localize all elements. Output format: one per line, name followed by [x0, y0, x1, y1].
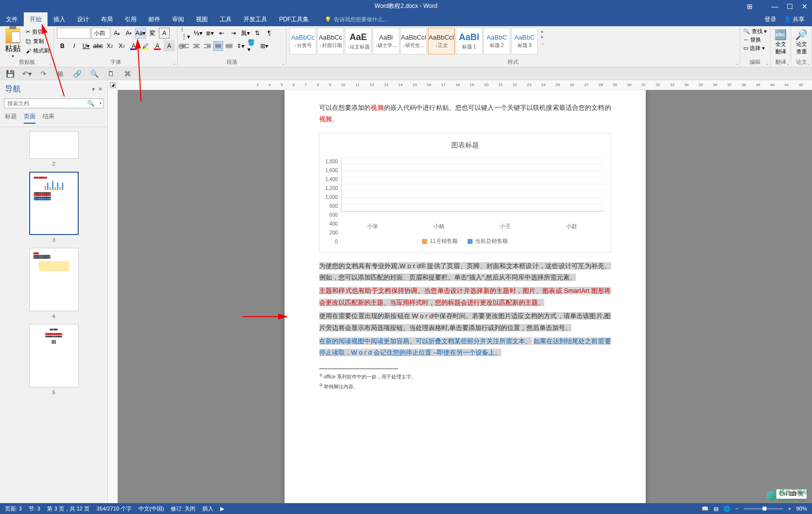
find-button[interactable]: 🔍 查找 ▾	[743, 28, 767, 35]
text-effects-button[interactable]: A	[128, 41, 139, 51]
status-insert-mode[interactable]: 插入	[202, 505, 213, 506]
font-color-button[interactable]: A	[152, 41, 163, 51]
styles-expand[interactable]: ⌄	[541, 41, 545, 46]
style-item-1[interactable]: AaBbCc↓封面日期	[317, 28, 344, 54]
bullets-button[interactable]: ⁝⋮▾	[181, 28, 191, 39]
style-item-6[interactable]: AaBl标题 1	[456, 28, 482, 54]
styles-scroll-up[interactable]: ▴	[541, 29, 545, 34]
style-item-5[interactable]: AaBbCcI↓正文	[428, 28, 455, 54]
decrease-indent-button[interactable]: ⇤	[216, 28, 227, 39]
subscript-button[interactable]: X2	[104, 41, 115, 51]
share-button[interactable]: 👤 共享	[784, 15, 805, 24]
ribbon-tab-0[interactable]: 文件	[0, 12, 24, 26]
ribbon-tab-9[interactable]: 工具	[214, 12, 238, 26]
highlight-button[interactable]: 🖊	[140, 41, 151, 51]
nav-pane-close[interactable]: ✕	[98, 86, 102, 93]
show-marks-button[interactable]: ¶	[264, 28, 275, 39]
undo-button[interactable]: ↶▾	[22, 69, 32, 79]
ribbon-tab-7[interactable]: 审阅	[166, 12, 190, 26]
align-left-button[interactable]	[181, 41, 191, 51]
page-thumbnail-5[interactable]: ███ ████████████████████████████████████…	[29, 324, 79, 387]
ribbon-tab-3[interactable]: 设计	[71, 12, 95, 26]
page-thumbnail-3[interactable]: ████ ███████████████████████████████████…	[29, 172, 79, 235]
save-button[interactable]: 💾	[5, 69, 15, 79]
vertical-ruler[interactable]: ◢	[108, 80, 118, 505]
asian-layout-button[interactable]: ⾵▾	[240, 28, 251, 39]
decrease-font-button[interactable]: A▾	[123, 28, 134, 39]
qat-btn-7[interactable]: 🗒	[106, 69, 116, 79]
format-painter-button[interactable]: 🖌格式刷	[25, 47, 50, 55]
style-item-2[interactable]: AaE↓论文标题	[345, 28, 372, 54]
bold-button[interactable]: B	[57, 41, 68, 51]
close-button[interactable]: ✕	[797, 0, 812, 12]
translate-button[interactable]: 🔤 全文 翻译	[773, 28, 788, 56]
qat-btn-6[interactable]: 🔍	[89, 69, 99, 79]
superscript-button[interactable]: X2	[116, 41, 127, 51]
status-language[interactable]: 中文(中国)	[139, 505, 164, 506]
nav-pane-dropdown[interactable]: ▾	[92, 86, 95, 93]
underline-button[interactable]: U▾	[81, 41, 92, 51]
search-options-dropdown[interactable]: ▾	[99, 101, 101, 105]
status-page-count[interactable]: 第 3 页，共 12 页	[47, 505, 90, 506]
thesis-check-button[interactable]: 🔎 论文 查重	[794, 28, 809, 56]
italic-button[interactable]: I	[69, 41, 80, 51]
char-shading-button[interactable]: A	[164, 41, 175, 51]
copy-button[interactable]: ⿻复制	[25, 37, 50, 46]
borders-button[interactable]: ⊞▾	[259, 41, 270, 51]
embedded-chart[interactable]: 图表标题 1,8001,6001,4001,2001,0008006004002…	[319, 133, 611, 253]
search-icon[interactable]: 🔍	[87, 100, 95, 107]
nav-tab-结果[interactable]: 结果	[43, 112, 54, 124]
align-center-button[interactable]	[191, 41, 201, 51]
document-page[interactable]: 可以在想要添加的视频的嵌入代码中进行粘贴。您也可以键入一个关键字以联机搜索最适合…	[285, 90, 646, 505]
minimize-button[interactable]: —	[767, 0, 782, 12]
increase-indent-button[interactable]: ⇥	[228, 28, 239, 39]
replace-button[interactable]: ↔ 替换	[743, 36, 761, 44]
nav-tab-标题[interactable]: 标题	[5, 112, 17, 124]
cut-button[interactable]: ✂剪切	[25, 28, 50, 36]
paste-button[interactable]: 粘贴 ▾	[3, 28, 23, 58]
ribbon-tab-5[interactable]: 引用	[119, 12, 143, 26]
styles-scroll-down[interactable]: ▾	[541, 35, 545, 40]
sort-button[interactable]: ⇅	[252, 28, 263, 39]
char-border-button[interactable]: A	[159, 28, 170, 39]
ribbon-tab-6[interactable]: 邮件	[143, 12, 166, 26]
distribute-button[interactable]	[224, 41, 234, 51]
style-item-7[interactable]: AaBbC标题 2	[483, 28, 510, 54]
change-case-button[interactable]: Aa▾	[135, 28, 146, 39]
ribbon-options-icon[interactable]: ⊞	[747, 2, 753, 10]
status-track-changes[interactable]: 修订: 关闭	[171, 505, 195, 506]
status-section[interactable]: 节: 3	[29, 505, 40, 506]
page-thumbnail-2[interactable]	[29, 131, 79, 159]
qat-btn-5[interactable]: 🔗	[72, 69, 82, 79]
justify-button[interactable]	[213, 41, 223, 51]
ribbon-tab-2[interactable]: 插入	[48, 12, 71, 26]
font-name-select[interactable]	[57, 28, 91, 39]
login-link[interactable]: 登录	[764, 15, 776, 24]
style-item-0[interactable]: AaBbCc↓分类号	[289, 28, 316, 54]
ribbon-tab-10[interactable]: 开发工具	[238, 12, 273, 26]
status-word-count[interactable]: 354/2710 个字	[96, 505, 132, 506]
qat-btn-4[interactable]: ⊞	[55, 69, 65, 79]
style-item-8[interactable]: AaBbC标题 3	[511, 28, 538, 54]
font-size-select[interactable]	[92, 28, 110, 39]
status-page[interactable]: 页面: 3	[5, 505, 22, 506]
select-button[interactable]: ▭ 选择 ▾	[743, 45, 765, 52]
redo-button[interactable]: ↷	[39, 69, 48, 79]
ribbon-tab-8[interactable]: 视图	[190, 12, 214, 26]
line-spacing-button[interactable]: ⇕▾	[235, 41, 246, 51]
qat-btn-8[interactable]: ⌘	[123, 69, 133, 79]
phonetic-guide-button[interactable]: 変	[147, 28, 158, 39]
nav-tab-页面[interactable]: 页面	[24, 112, 36, 124]
tell-me-search[interactable]: 💡 告诉我您想要做什么...	[325, 16, 387, 23]
strikethrough-button[interactable]: abc	[93, 41, 103, 51]
ribbon-tab-11[interactable]: PDF工具集	[273, 12, 315, 26]
numbering-button[interactable]: ⅓▾	[192, 28, 203, 39]
maximize-button[interactable]: ☐	[782, 0, 797, 12]
styles-gallery[interactable]: AaBbCc↓分类号AaBbCc↓封面日期AaE↓论文标题AaBl↓硕士学...…	[289, 28, 538, 54]
style-item-3[interactable]: AaBl↓硕士学...	[373, 28, 399, 54]
increase-font-button[interactable]: A▴	[111, 28, 122, 39]
shading-button[interactable]: 🪣▾	[247, 41, 258, 51]
ribbon-tab-4[interactable]: 布局	[95, 12, 119, 26]
page-thumbnail-4[interactable]: █████████████████████████████████████	[29, 248, 79, 311]
horizontal-ruler[interactable]: 3456789101112131415161718192021222324252…	[118, 80, 812, 90]
